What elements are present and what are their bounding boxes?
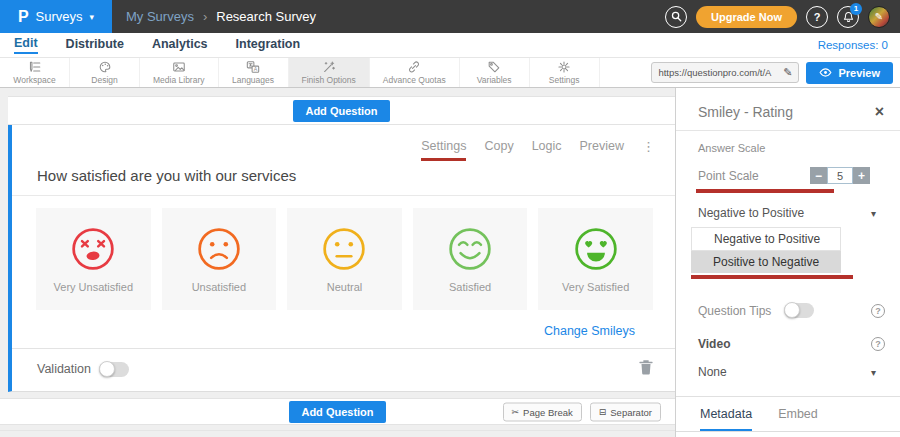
direction-dropdown: Negative to Positive Positive to Negativ… xyxy=(691,227,841,273)
chevron-down-icon: ▾ xyxy=(871,367,876,378)
question-tips-help-icon[interactable]: ? xyxy=(871,304,885,318)
point-scale-label: Point Scale xyxy=(698,169,759,183)
responses-count[interactable]: Responses: 0 xyxy=(818,39,888,51)
editor-toolbar: Workspace Design Media Library A Languag… xyxy=(0,58,900,88)
question-tab-logic[interactable]: Logic xyxy=(532,139,562,158)
magic-wand-icon xyxy=(322,60,336,74)
close-panel-icon[interactable]: × xyxy=(875,104,884,120)
product-name: Surveys xyxy=(36,9,83,24)
divider xyxy=(676,130,900,131)
add-question-strip-bottom: Add Question ✂ Page Break ⊟ Separator xyxy=(0,398,675,425)
annotation-underline xyxy=(696,189,834,193)
point-scale-stepper: − 5 + xyxy=(810,167,870,184)
validation-toggle[interactable] xyxy=(99,362,129,377)
validation-row: Validation xyxy=(12,348,675,391)
happy-smiley-icon xyxy=(447,226,493,272)
help-button[interactable]: ? xyxy=(806,6,828,28)
palette-icon xyxy=(98,60,112,74)
breadcrumb-my-surveys[interactable]: My Surveys xyxy=(126,9,194,24)
user-avatar[interactable]: ✎ xyxy=(868,6,890,28)
tag-icon xyxy=(487,60,501,74)
video-row: Video ? xyxy=(698,337,885,351)
video-help-icon[interactable]: ? xyxy=(871,337,885,351)
question-tab-preview[interactable]: Preview xyxy=(580,139,624,158)
question-more-menu-icon[interactable]: ⋮ xyxy=(642,139,655,154)
sad-smiley-icon xyxy=(196,226,242,272)
question-tabs: Settings Copy Logic Preview ⋮ xyxy=(12,125,675,161)
add-question-strip-top: Add Question xyxy=(8,96,675,125)
search-button[interactable] xyxy=(665,6,687,28)
toolbar-settings[interactable]: Settings xyxy=(530,58,600,87)
love-smiley-icon xyxy=(573,226,619,272)
add-question-button-bottom[interactable]: Add Question xyxy=(289,401,385,423)
smiley-option-very-unsatisfied[interactable]: Very Unsatisfied xyxy=(36,208,151,310)
toolbar-design[interactable]: Design xyxy=(70,58,140,87)
surveys-product-menu[interactable]: P Surveys ▾ xyxy=(0,0,112,33)
toolbar-languages[interactable]: A Languages xyxy=(219,58,289,87)
direction-select-value: Negative to Positive xyxy=(698,206,804,220)
chain-link-icon xyxy=(407,60,421,74)
question-tips-row: Question Tips ? xyxy=(698,303,885,318)
separator-button[interactable]: ⊟ Separator xyxy=(590,402,661,421)
add-question-button-top[interactable]: Add Question xyxy=(293,100,389,122)
smiley-option-very-satisfied[interactable]: Very Satisfied xyxy=(538,208,653,310)
survey-url-input[interactable] xyxy=(658,67,779,78)
answer-scale-label: Answer Scale xyxy=(698,142,878,154)
preview-button[interactable]: Preview xyxy=(806,62,893,84)
upgrade-now-button[interactable]: Upgrade Now xyxy=(696,6,797,28)
panel-tab-embed[interactable]: Embed xyxy=(778,407,818,431)
edit-url-icon[interactable]: ✎ xyxy=(783,66,792,79)
translate-icon: A xyxy=(246,60,260,74)
question-card: Settings Copy Logic Preview ⋮ How satisf… xyxy=(8,125,675,392)
delete-question-button[interactable] xyxy=(639,359,653,379)
point-scale-value: 5 xyxy=(827,167,853,184)
smiley-option-neutral[interactable]: Neutral xyxy=(287,208,402,310)
question-tips-toggle[interactable] xyxy=(784,303,814,318)
breadcrumb-separator-icon: › xyxy=(203,9,207,24)
page-break-button[interactable]: ✂ Page Break xyxy=(503,402,582,421)
question-tab-settings[interactable]: Settings xyxy=(421,139,466,161)
nav-tab-edit[interactable]: Edit xyxy=(14,36,38,54)
change-smileys-link[interactable]: Change Smileys xyxy=(544,324,635,338)
video-select-value: None xyxy=(698,365,727,379)
increment-button[interactable]: + xyxy=(853,167,870,184)
notifications-button[interactable]: 1 xyxy=(837,6,859,28)
neutral-smiley-icon xyxy=(321,226,367,272)
dropdown-option-positive-to-negative[interactable]: Positive to Negative xyxy=(691,251,841,273)
survey-url-box: ✎ xyxy=(651,62,799,83)
gear-icon xyxy=(557,60,571,74)
video-select[interactable]: None ▾ xyxy=(698,365,876,379)
svg-text:A: A xyxy=(254,66,258,72)
image-icon xyxy=(172,60,186,74)
smiley-scale: Very Unsatisfied Unsatisfied xyxy=(36,208,653,310)
direction-select[interactable]: Negative to Positive ▾ xyxy=(698,206,876,220)
annotation-underline xyxy=(691,275,853,279)
smiley-option-unsatisfied[interactable]: Unsatisfied xyxy=(162,208,277,310)
question-tab-copy[interactable]: Copy xyxy=(484,139,513,158)
nav-tab-distribute[interactable]: Distribute xyxy=(66,37,124,53)
panel-tabs: Metadata Embed xyxy=(676,397,900,432)
top-bar: P Surveys ▾ My Surveys › Research Survey… xyxy=(0,0,900,33)
panel-title: Smiley - Rating xyxy=(698,104,793,120)
nav-tab-analytics[interactable]: Analytics xyxy=(152,37,208,53)
toolbar-advance-quotas[interactable]: Advance Quotas xyxy=(370,58,460,87)
decrement-button[interactable]: − xyxy=(810,167,827,184)
divider xyxy=(12,195,675,196)
eye-icon xyxy=(819,68,832,77)
nav-tab-integration[interactable]: Integration xyxy=(236,37,301,53)
breadcrumb-current-survey: Research Survey xyxy=(216,9,316,24)
question-title[interactable]: How satisfied are you with our services xyxy=(37,167,675,184)
smiley-option-satisfied[interactable]: Satisfied xyxy=(413,208,528,310)
toolbar-finish-options[interactable]: Finish Options xyxy=(289,58,370,87)
toolbar-media-library[interactable]: Media Library xyxy=(140,58,219,87)
panel-tab-metadata[interactable]: Metadata xyxy=(700,407,752,431)
toolbar-workspace[interactable]: Workspace xyxy=(0,58,70,87)
video-label: Video xyxy=(698,337,730,351)
dropdown-option-negative-to-positive[interactable]: Negative to Positive xyxy=(691,227,841,251)
question-settings-panel: Smiley - Rating × Answer Scale Point Sca… xyxy=(675,88,900,437)
workspace-icon xyxy=(28,60,42,74)
question-tips-label: Question Tips xyxy=(698,304,784,318)
notification-badge: 1 xyxy=(850,3,862,15)
page-break-icon: ✂ xyxy=(512,407,520,417)
toolbar-variables[interactable]: Variables xyxy=(460,58,530,87)
